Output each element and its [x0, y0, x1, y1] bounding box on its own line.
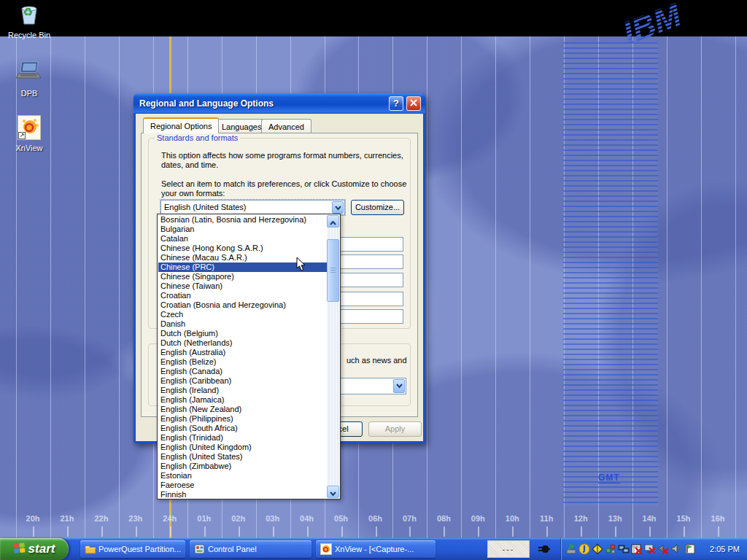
dropdown-item[interactable]: Bosnian (Latin, Bosnia and Herzegovina) — [158, 215, 327, 225]
hook-utility-icon[interactable] — [578, 543, 590, 555]
power-plug-icon[interactable] — [538, 543, 551, 558]
timezone-label: 03h — [261, 514, 285, 523]
timezone-tick — [136, 526, 137, 537]
language-dropdown-list[interactable]: Bosnian (Latin, Bosnia and Herzegovina)B… — [157, 214, 341, 499]
desktop-icon-dpb[interactable]: DPB — [1, 60, 57, 98]
timezone-label: 02h — [227, 514, 250, 523]
dropdown-item[interactable]: English (United States) — [158, 452, 327, 462]
scheduler-disabled-icon[interactable] — [631, 543, 643, 555]
timezone-label: 21h — [55, 514, 79, 523]
tab-advanced[interactable]: Advanced — [261, 119, 311, 133]
taskbar-button-powerquest[interactable]: PowerQuest Partition... — [80, 540, 185, 558]
timezone-tick — [170, 526, 171, 537]
select-item-instruction: Select an item to match its preferences,… — [161, 179, 421, 198]
dropdown-item[interactable]: Chinese (Taiwan) — [158, 281, 327, 291]
dropdown-item[interactable]: English (Belize) — [158, 357, 327, 367]
chevron-down-icon — [330, 491, 336, 497]
desktop-icon-xnview[interactable]: ↗ XnView — [1, 115, 57, 152]
timezone-tick — [341, 526, 343, 537]
timezone-label: 22h — [90, 514, 113, 523]
apply-button[interactable]: Apply — [368, 421, 422, 437]
network-status-icon[interactable] — [605, 543, 616, 555]
gmt-label: GMT — [598, 472, 620, 483]
scrollbar-down-button[interactable] — [327, 486, 339, 498]
timezone-label: 24h — [158, 514, 182, 523]
scrollbar-up-button[interactable] — [327, 215, 339, 228]
dropdown-item[interactable]: English (Zimbabwe) — [158, 462, 327, 471]
format-combo-value: English (United States) — [164, 203, 247, 211]
taskbar-clock[interactable]: 2:05 PM — [710, 545, 740, 553]
dialog-titlebar[interactable]: Regional and Language Options ? — [133, 93, 425, 114]
presentation-flag-icon[interactable] — [684, 543, 695, 555]
timezone-label: 10h — [500, 514, 524, 523]
audio-disconnected-icon[interactable] — [657, 543, 669, 555]
tab-regional-options[interactable]: Regional Options — [143, 117, 219, 133]
timezone-tick — [239, 526, 240, 537]
dropdown-item[interactable]: Estonian — [158, 471, 327, 481]
lan-computers-icon[interactable] — [618, 543, 630, 555]
dropdown-scrollbar[interactable] — [327, 215, 339, 498]
customize-button[interactable]: Customize... — [351, 200, 404, 215]
timezone-tick — [307, 526, 309, 537]
format-combo[interactable]: English (United States) — [160, 200, 345, 215]
dropdown-item[interactable]: English (Australia) — [158, 348, 327, 357]
start-label: start — [28, 542, 55, 556]
timezone-tick — [546, 526, 548, 537]
dropdown-item[interactable]: English (New Zealand) — [158, 405, 327, 414]
dropdown-item[interactable]: English (Canada) — [158, 367, 327, 376]
mouse-cursor — [296, 257, 306, 275]
dropdown-item[interactable]: Chinese (Hong Kong S.A.R.) — [158, 244, 327, 253]
help-button[interactable]: ? — [389, 96, 403, 111]
timezone-tick — [649, 526, 651, 537]
ibm-logo-text: IBM — [618, 0, 686, 42]
timezone-tick — [67, 526, 69, 537]
taskbar-button-xnview[interactable]: XnView - [<Capture-... — [316, 540, 436, 558]
desktop-icon-label: Recycle Bin — [1, 31, 57, 39]
timezone-tick — [478, 526, 479, 537]
desktop-icon-label: DPB — [1, 89, 57, 98]
timezone-tick — [444, 526, 445, 537]
dropdown-item[interactable]: Danish — [158, 319, 327, 329]
combo-dropdown-button[interactable] — [332, 201, 344, 214]
dropdown-item[interactable]: English (United Kingdom) — [158, 443, 327, 452]
dropdown-item[interactable]: English (Trinidad) — [158, 433, 327, 443]
dropdown-item[interactable]: Croatian — [158, 291, 327, 300]
timezone-label: 08h — [432, 514, 455, 523]
folder-icon — [85, 544, 96, 554]
location-description-fragment: uch as news and — [347, 356, 419, 365]
timezone-label: 14h — [638, 514, 661, 523]
laptop-icon — [15, 60, 44, 88]
volume-icon[interactable] — [670, 543, 682, 555]
removable-hardware-icon[interactable] — [565, 543, 577, 555]
taskbar-deskband[interactable]: --- — [487, 540, 530, 558]
start-button[interactable]: start — [0, 538, 69, 560]
close-button[interactable] — [406, 96, 421, 111]
dropdown-item[interactable]: Bulgarian — [158, 225, 327, 234]
power-meter-icon[interactable] — [592, 543, 603, 555]
dropdown-item[interactable]: English (Jamaica) — [158, 395, 327, 405]
timezone-tick — [101, 526, 103, 537]
dropdown-item[interactable]: Dutch (Netherlands) — [158, 338, 327, 348]
dropdown-item[interactable]: English (Ireland) — [158, 386, 327, 395]
dropdown-item[interactable]: Croatian (Bosnia and Herzegovina) — [158, 300, 327, 310]
task-label: PowerQuest Partition... — [98, 545, 181, 553]
dropdown-item[interactable]: English (Philippines) — [158, 414, 327, 424]
timezone-label: 01h — [193, 514, 216, 523]
timezone-tick — [581, 526, 582, 537]
display-disconnected-icon[interactable] — [644, 543, 656, 555]
dropdown-item[interactable]: Catalan — [158, 234, 327, 244]
dropdown-item[interactable]: Dutch (Belgium) — [158, 329, 327, 338]
timezone-label: 13h — [603, 514, 627, 523]
task-label: Control Panel — [208, 545, 257, 553]
scrollbar-thumb[interactable] — [327, 239, 339, 302]
combo-dropdown-button[interactable] — [393, 379, 405, 393]
dropdown-item[interactable]: English (Caribbean) — [158, 376, 327, 386]
desktop-icon-recycle-bin[interactable]: ♻ Recycle Bin — [1, 1, 57, 39]
dropdown-item[interactable]: Czech — [158, 310, 327, 319]
taskbar-button-control-panel[interactable]: Control Panel — [190, 540, 311, 558]
timezone-label: 05h — [330, 514, 353, 523]
timezone-label: 11h — [535, 514, 558, 523]
dropdown-item[interactable]: Faeroese — [158, 481, 327, 490]
dropdown-item[interactable]: Finnish — [158, 490, 327, 498]
dropdown-item[interactable]: English (South Africa) — [158, 424, 327, 433]
